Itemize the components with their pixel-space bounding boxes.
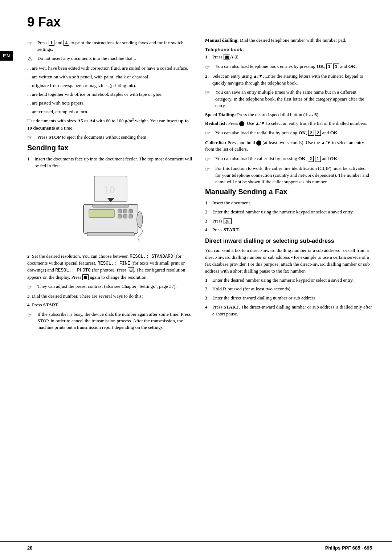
caller-list: Caller list: Press and hold (at least tw… [205, 139, 372, 153]
send-step-1: 1 Insert the documents face up into the … [27, 156, 194, 170]
telephone-book-steps: 1 Press ▣A-Z [205, 54, 372, 61]
page: EN 9 Fax ☞ Press i and 4 to print the in… [0, 0, 392, 555]
direct-step-4-text: Press START. The direct-inward dialling … [212, 304, 372, 318]
warning-1: ⚠ Do not insert any documents into the m… [27, 55, 194, 62]
svg-rect-13 [87, 232, 134, 236]
paper-info: Use documents with sizes A5 or A4 with 6… [27, 117, 194, 131]
direct-step-1-text: Enter the desired number using the numer… [212, 277, 354, 284]
svg-text:10: 10 [103, 183, 115, 196]
manual-send-steps: 1 Insert the document. 2 Enter the desir… [205, 200, 372, 233]
telephone-book-heading: Telephone book: [205, 47, 372, 52]
direct-step-1: 1 Enter the desired number using the num… [205, 277, 372, 284]
content-area: 9 Fax ☞ Press i and 4 to print the instr… [0, 0, 392, 541]
svg-rect-9 [118, 215, 122, 218]
warning-icon-1: ⚠ [27, 56, 35, 62]
key-speaker: 🔈 [224, 218, 232, 224]
manual-dialling: Manual dialling: Dial the desired teleph… [205, 37, 372, 44]
tel-step-2-list: 2 Select an entry using ▲/▼. Enter the s… [205, 73, 372, 87]
direct-num-2: 2 [205, 286, 210, 293]
svg-point-12 [137, 212, 143, 228]
direct-body: You can send a fax to a direct-inward di… [205, 247, 372, 274]
ms-num-2: 2 [205, 209, 210, 216]
redial-list: Redial list: Press . Use ▲/▼ to select a… [205, 120, 372, 127]
bullet-5: ... are pasted with note papers. [27, 100, 194, 107]
send-step-1-text: Insert the documents face up into the do… [34, 156, 194, 170]
bullet-4: ... are held together with office or not… [27, 91, 194, 98]
tel-tip-1-text: You can also load telephone book entries… [215, 63, 357, 70]
ms-num-1: 1 [205, 200, 210, 207]
key-1b: 1 [333, 64, 339, 69]
arrow-icon: ▲/▼ [253, 74, 263, 79]
manually-sending-heading: Manually Sending a Fax [205, 188, 372, 196]
step-num-1: 1 [27, 156, 32, 163]
right-column: Manual dialling: Dial the desired teleph… [205, 37, 372, 527]
ms-step-2-text: Enter the desired number using the numer… [212, 209, 354, 216]
key-1c: 1 [315, 156, 321, 162]
key-az: ▣ [224, 54, 230, 60]
send-step-3: 3 Dial the desired number. There are sev… [27, 293, 194, 300]
bullet-3: ... originate from newspapers or magazin… [27, 82, 194, 89]
svg-rect-7 [123, 209, 127, 213]
key-2c: 2 [308, 156, 314, 162]
key-res: ⊞ [128, 267, 134, 273]
redial-tip: ☞ You can also load the redial list by p… [205, 130, 372, 137]
tip-2: ☞ Press STOP to eject the documents with… [27, 134, 194, 141]
tip-icon-1: ☞ [27, 40, 35, 47]
svg-rect-4 [93, 204, 129, 207]
tel-step-2-text: Select an entry using ▲/▼. Enter the sta… [212, 73, 372, 87]
clip-tip-icon: ☞ [205, 166, 213, 172]
caller-tip-icon: ☞ [205, 156, 213, 163]
tel-step-1: 1 Press ▣A-Z [205, 54, 372, 61]
tel-tip-1: ☞ You can also load telephone book entri… [205, 63, 372, 70]
caller-circle-icon [256, 140, 261, 146]
resol-standard: RESOL.: STANDARD [130, 254, 173, 259]
sending-fax-heading: Sending fax [27, 144, 194, 152]
direct-step-3: 3 Enter the direct-inward dialling numbe… [205, 295, 372, 302]
direct-steps: 1 Enter the desired number using the num… [205, 277, 372, 318]
clip-tip: ☞ For this function to work, the caller … [205, 165, 372, 185]
key-res2: ⊞ [82, 274, 89, 280]
bullet-2: ... are written on with a soft pencil, w… [27, 74, 194, 81]
tip-icon-4: ☞ [27, 311, 35, 318]
svg-rect-11 [129, 215, 132, 218]
tip-4-text: If the subscriber is busy, the device di… [37, 311, 194, 331]
key-4: 4 [64, 40, 69, 46]
ms-step-4: 4 Press START. [205, 227, 372, 233]
direct-step-4: 4 Press START. The direct-inward diallin… [205, 304, 372, 318]
svg-rect-3 [83, 204, 138, 233]
ms-step-1-text: Insert the document. [212, 200, 251, 207]
tel-step-2: 2 Select an entry using ▲/▼. Enter the s… [205, 73, 372, 87]
svg-rect-5 [89, 209, 114, 217]
tip-icon-2: ☞ [27, 134, 35, 141]
direct-num-1: 1 [205, 277, 210, 284]
svg-rect-8 [129, 209, 132, 213]
resol-fine: RESOL.: FINE [98, 261, 130, 266]
ms-num-3: 3 [205, 218, 210, 225]
svg-rect-6 [118, 209, 122, 213]
caller-tip-text: You can also load the caller list by pre… [215, 155, 338, 162]
sending-fax-steps: 1 Insert the documents face up into the … [27, 156, 194, 170]
ms-step-4-text: Press START. [212, 227, 240, 233]
resol-photo: RESOL.: PHOTO [55, 268, 91, 273]
tip-1: ☞ Press i and 4 to print the instruction… [27, 40, 194, 53]
tip-3-text: They can adjust the preset contrast (als… [37, 283, 177, 290]
language-tab: EN [0, 51, 13, 61]
redial-circle-icon [239, 121, 244, 126]
clip-tip-text: For this function to work, the caller li… [215, 165, 372, 185]
speed-dialling: Speed Dialling: Press the desired speed … [205, 111, 372, 118]
chapter-heading: 9 Fax [27, 15, 372, 30]
tel-tip-2: ☞ You can save an entry multiple times w… [205, 89, 372, 109]
bullet-1: ... are wet, have been edited with corre… [27, 65, 194, 72]
tip-2-text: Press STOP to eject the documents withou… [37, 134, 147, 140]
fax-illustration: 10 [73, 172, 149, 249]
direct-num-3: 3 [205, 295, 210, 302]
send-step-4: 4 Press START. [27, 302, 194, 309]
caller-tip: ☞ You can also load the caller list by p… [205, 155, 372, 163]
tip-1-text: Press i and 4 to print the instructions … [37, 40, 194, 53]
svg-rect-10 [123, 215, 127, 218]
ms-num-4: 4 [205, 227, 210, 233]
arrow-icon-3: ▲/▼ [321, 140, 331, 145]
direct-step-3-text: Enter the direct-inward dialling number … [212, 295, 317, 302]
ms-step-2: 2 Enter the desired number using the num… [205, 209, 372, 216]
key-2a: 2 [308, 130, 314, 136]
